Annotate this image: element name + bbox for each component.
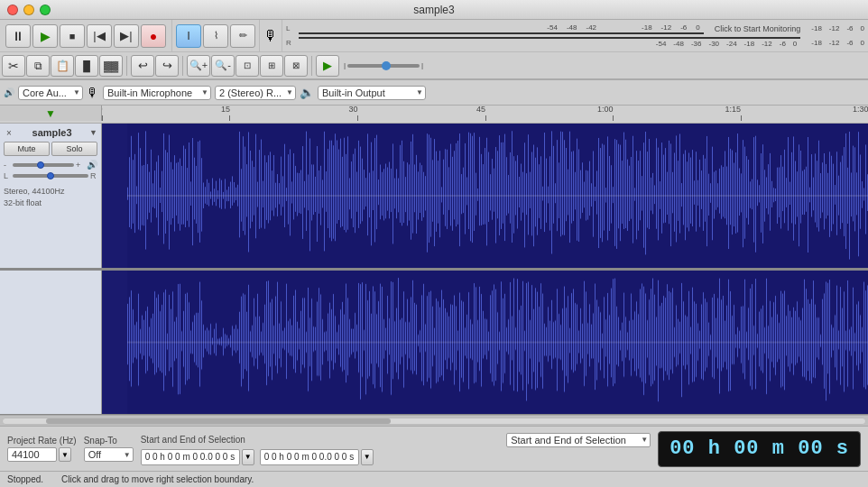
scrollbar-thumb[interactable] xyxy=(46,418,391,424)
host-label: 🔊 xyxy=(4,87,14,97)
host-select-wrapper[interactable]: Core Au... xyxy=(18,86,83,100)
timer-text: 00 h 00 m 00 s xyxy=(669,437,849,460)
edit-toolbar: ✂ ⧉ 📋 ▐▌ ▓▓ ↩ ↪ 🔍+ 🔍- ⊡ ⊞ ⊠ ▶ | | xyxy=(0,52,868,79)
track-2: 1.0 0.5 0.0 -0.5 xyxy=(0,269,868,416)
window-title: sample3 xyxy=(413,4,454,16)
meter-L-bar xyxy=(299,32,704,34)
draw-tool-button[interactable]: ✏ xyxy=(230,24,255,48)
project-rate-value-row: ▼ xyxy=(7,447,77,462)
speed-thumb xyxy=(382,61,391,70)
meter-L-label: L xyxy=(286,24,295,32)
zoom-in-button[interactable]: 🔍+ xyxy=(187,55,210,77)
project-rate-dropdown[interactable]: ▼ xyxy=(59,447,71,462)
snap-select-wrapper[interactable]: Off Nearest xyxy=(84,447,134,462)
ruler-marks[interactable]: 01530451:001:151:30 xyxy=(102,106,868,121)
mic-select[interactable]: Built-in Microphone xyxy=(103,86,211,100)
gain-slider[interactable] xyxy=(13,163,74,167)
mute-button[interactable]: Mute xyxy=(4,142,50,156)
zoom-fit-button[interactable]: ⊡ xyxy=(235,55,259,77)
selection-mode-wrapper[interactable]: Start and End of Selection xyxy=(506,433,651,447)
pause-button[interactable]: ⏸ xyxy=(5,24,31,48)
scrollbar-track[interactable] xyxy=(2,418,866,425)
redo-button[interactable]: ↪ xyxy=(155,55,179,77)
speed-slider-container: | | xyxy=(340,61,427,69)
host-select[interactable]: Core Au... xyxy=(18,86,83,100)
selection-group: Start and End of Selection Start and End… xyxy=(141,433,651,465)
meter-R-label: R xyxy=(286,39,295,47)
channels-select-wrapper[interactable]: 2 (Stereo) R... xyxy=(215,86,296,100)
close-button[interactable] xyxy=(7,5,18,15)
forward-button[interactable]: ▶| xyxy=(114,24,139,48)
output-select-wrapper[interactable]: Built-in Output xyxy=(318,86,426,100)
bottom-bar: Project Rate (Hz) ▼ Snap-To Off Nearest … xyxy=(0,426,868,471)
snap-select[interactable]: Off Nearest xyxy=(84,447,134,462)
snap-to-label: Snap-To xyxy=(84,436,134,446)
track-1-waveform[interactable]: 1.0 0.5 0.0 -0.5 -1.0 xyxy=(102,124,868,268)
play-at-speed-button[interactable]: ▶ xyxy=(316,55,339,77)
pan-slider[interactable] xyxy=(13,174,88,178)
selection-inputs: ▼ ▼ xyxy=(141,449,651,465)
play-button[interactable]: ▶ xyxy=(32,24,58,48)
cut-button[interactable]: ✂ xyxy=(2,55,25,77)
solo-button[interactable]: Solo xyxy=(51,142,97,156)
minimize-button[interactable] xyxy=(23,5,34,15)
ruler-mark: 30 xyxy=(357,115,358,121)
ruler-mark: 1:00 xyxy=(613,115,614,121)
selection-mode-select[interactable]: Start and End of Selection xyxy=(506,433,651,447)
stop-button[interactable]: ■ xyxy=(60,24,85,48)
undo-button[interactable]: ↩ xyxy=(131,55,154,77)
ruler-mark: 45 xyxy=(485,115,486,121)
track-2-waveform[interactable]: 1.0 0.5 0.0 -0.5 xyxy=(102,271,868,415)
trim-button[interactable]: ▐▌ xyxy=(75,55,98,77)
mic-select-wrapper[interactable]: Built-in Microphone xyxy=(103,86,211,100)
click-to-start-label[interactable]: Click to Start Monitoring xyxy=(715,24,801,33)
track-mute-solo: Mute Solo xyxy=(4,142,97,156)
paste-button[interactable]: 📋 xyxy=(51,55,74,77)
pan-R-label: R xyxy=(90,171,97,180)
track-close-button[interactable]: × xyxy=(4,127,14,138)
meter-scale-right2: -18-12-60 xyxy=(811,39,864,47)
selection-start-dropdown[interactable]: ▼ xyxy=(242,449,254,465)
mic-icon: 🎙 xyxy=(263,28,278,44)
silence-button[interactable]: ▓▓ xyxy=(99,55,123,77)
gain-plus-label: + xyxy=(76,161,83,170)
main-content: × sample3 ▼ Mute Solo - + 🔊 xyxy=(0,124,868,415)
zoom-sel-button[interactable]: ⊞ xyxy=(260,55,283,77)
track-1-header: × sample3 ▼ Mute Solo - + 🔊 xyxy=(0,124,102,268)
output-select[interactable]: Built-in Output xyxy=(318,86,426,100)
snap-to-group: Snap-To Off Nearest xyxy=(84,436,134,462)
copy-button[interactable]: ⧉ xyxy=(26,55,50,77)
speed-slider[interactable] xyxy=(347,64,420,68)
selection-end-dropdown[interactable]: ▼ xyxy=(361,449,374,465)
zoom-toggle-button[interactable]: ⊠ xyxy=(284,55,308,77)
project-rate-input[interactable] xyxy=(7,447,57,462)
record-button[interactable]: ● xyxy=(141,24,166,48)
timeline-ruler: ▼ 01530451:001:151:30 xyxy=(0,106,868,124)
pan-thumb xyxy=(47,172,54,179)
status-right: Click and drag to move right selection b… xyxy=(61,474,254,484)
track-dropdown-button[interactable]: ▼ xyxy=(89,128,97,137)
project-rate-label: Project Rate (Hz) xyxy=(7,436,77,446)
window-controls[interactable] xyxy=(7,5,51,15)
horizontal-scrollbar[interactable] xyxy=(0,415,868,426)
select-tool-button[interactable]: I xyxy=(176,24,201,48)
channels-select[interactable]: 2 (Stereo) R... xyxy=(215,86,296,100)
selection-header: Start and End of Selection Start and End… xyxy=(141,433,651,447)
zoom-out-button[interactable]: 🔍- xyxy=(211,55,235,77)
selection-label: Start and End of Selection xyxy=(141,435,245,445)
track-name: sample3 xyxy=(14,127,89,138)
maximize-button[interactable] xyxy=(40,5,51,15)
mic-device-icon: 🎙 xyxy=(87,86,99,100)
envelope-tool-button[interactable]: ⌇ xyxy=(203,24,228,48)
track-1: × sample3 ▼ Mute Solo - + 🔊 xyxy=(0,124,868,269)
selection-start-input[interactable] xyxy=(141,449,240,465)
status-left: Stopped. xyxy=(7,474,43,484)
waveform-canvas-2 xyxy=(102,271,868,415)
speed-min-label: | xyxy=(344,61,346,69)
rewind-button[interactable]: |◀ xyxy=(87,24,112,48)
gain-slider-row: - + 🔊 xyxy=(4,160,97,170)
ruler-mark: 0 xyxy=(102,115,103,121)
speed-max-label: | xyxy=(421,61,423,69)
selection-end-input[interactable] xyxy=(260,449,359,465)
pan-slider-row: L R xyxy=(4,171,97,180)
